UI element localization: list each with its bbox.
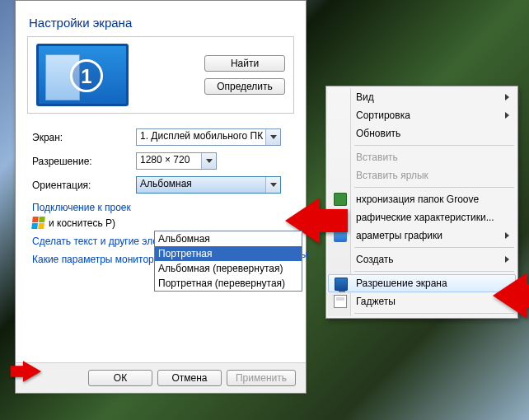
- projector-hotkey-text: и коснитесь P): [49, 217, 115, 229]
- cancel-button[interactable]: Отмена: [157, 370, 222, 386]
- ctx-gadgets-label: Гаджеты: [356, 296, 396, 307]
- apply-button[interactable]: Применить: [227, 370, 296, 386]
- gadget-icon: [334, 295, 347, 308]
- annotation-arrow: [23, 361, 41, 382]
- ctx-separator: [354, 247, 514, 248]
- orientation-label: Ориентация:: [32, 180, 129, 191]
- ctx-gpu-params[interactable]: араметры графики: [328, 226, 516, 245]
- orientation-opt-portrait-flipped[interactable]: Портретная (перевернутая): [155, 276, 302, 291]
- orientation-opt-landscape[interactable]: Альбомная: [155, 231, 302, 246]
- screen-select-value: 1. Дисплей мобильного ПК: [140, 130, 263, 142]
- ctx-create[interactable]: Создать: [328, 250, 516, 268]
- detect-button[interactable]: Определить: [204, 78, 285, 95]
- annotation-arrow: [493, 273, 527, 319]
- monitor-number-badge: 1: [70, 59, 103, 92]
- ctx-groove-label: нхронизация папок Groove: [356, 194, 479, 205]
- ctx-separator: [354, 313, 514, 314]
- ctx-separator: [354, 271, 514, 272]
- resolution-select[interactable]: 1280 × 720: [136, 152, 217, 170]
- resolution-label: Разрешение:: [32, 156, 129, 167]
- resolution-select-value: 1280 × 720: [140, 154, 190, 166]
- dialog-footer: ОК Отмена Применить: [16, 362, 306, 393]
- ok-button[interactable]: ОК: [88, 370, 152, 386]
- monitor-icon: [335, 278, 348, 291]
- screen-label: Экран:: [32, 132, 129, 143]
- ctx-screen-res-label: Разрешение экрана: [356, 278, 447, 289]
- ctx-screen-resolution[interactable]: Разрешение экрана: [328, 274, 516, 292]
- dialog-title: Настройки экрана: [24, 9, 297, 36]
- ctx-sort[interactable]: Сортировка: [328, 106, 516, 124]
- orientation-dropdown-list[interactable]: Альбомная Портретная Альбомная (переверн…: [154, 231, 302, 292]
- ctx-gpu-props[interactable]: рафические характеристики...: [328, 208, 516, 226]
- chevron-down-icon: [265, 129, 280, 145]
- ctx-refresh[interactable]: Обновить: [328, 124, 516, 142]
- monitor-preview[interactable]: 1: [36, 44, 129, 106]
- display-settings-dialog: Настройки экрана 1 Найти Определить Экра…: [15, 0, 307, 394]
- ctx-separator: [354, 145, 514, 146]
- orientation-opt-landscape-flipped[interactable]: Альбомная (перевернутая): [155, 261, 302, 276]
- ctx-gadgets[interactable]: Гаджеты: [328, 292, 516, 310]
- chevron-down-icon: [201, 153, 216, 169]
- desktop-context-menu[interactable]: Вид Сортировка Обновить Вставить Вставит…: [325, 86, 518, 319]
- windows-logo-icon: [31, 217, 45, 229]
- orientation-select-value: Альбомная: [140, 178, 192, 189]
- ctx-separator: [354, 187, 514, 188]
- ctx-gpu-params-label: араметры графики: [356, 230, 442, 241]
- ctx-paste-shortcut: Вставить ярлык: [328, 166, 516, 184]
- screen-select[interactable]: 1. Дисплей мобильного ПК: [136, 128, 281, 146]
- find-button[interactable]: Найти: [204, 55, 285, 72]
- ctx-paste: Вставить: [328, 148, 516, 166]
- groove-icon: [334, 193, 347, 206]
- orientation-opt-portrait[interactable]: Портретная: [155, 246, 302, 261]
- ctx-view[interactable]: Вид: [328, 88, 516, 106]
- monitor-panel: 1 Найти Определить: [27, 36, 294, 114]
- projector-link[interactable]: Подключение к проек: [32, 202, 131, 213]
- ctx-gpu-props-label: рафические характеристики...: [356, 212, 494, 223]
- orientation-select[interactable]: Альбомная: [136, 176, 281, 194]
- chevron-down-icon: [265, 177, 280, 193]
- ctx-groove-sync[interactable]: нхронизация папок Groove: [328, 190, 516, 208]
